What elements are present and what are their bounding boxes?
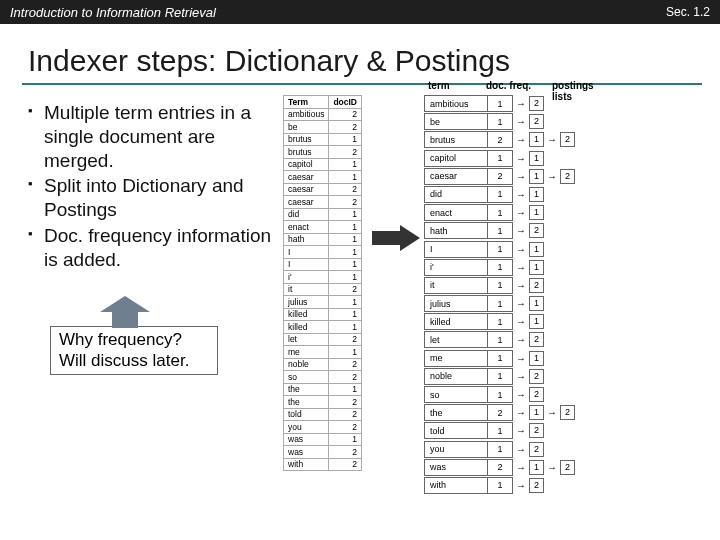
arrow-icon: → <box>516 116 526 127</box>
dict-row: me1→1 <box>424 350 575 367</box>
src-header-term: Term <box>284 96 329 109</box>
dict-freq: 1 <box>488 350 513 366</box>
src-row: you2 <box>284 421 362 434</box>
dict-row: with1→2 <box>424 477 575 494</box>
dict-term: told <box>425 423 488 439</box>
dict-row: be1→2 <box>424 113 575 130</box>
posting-box: 1 <box>529 151 544 166</box>
dict-row: hath1→2 <box>424 222 575 239</box>
arrow-icon: → <box>516 407 526 418</box>
posting-box: 1 <box>529 242 544 257</box>
arrow-icon: → <box>516 262 526 273</box>
dict-term: let <box>425 332 488 348</box>
src-row: brutus1 <box>284 133 362 146</box>
posting-box: 1 <box>529 405 544 420</box>
arrow-icon: → <box>516 480 526 491</box>
dict-freq: 1 <box>488 441 513 457</box>
dict-freq: 1 <box>488 296 513 312</box>
dict-freq: 1 <box>488 259 513 275</box>
dict-row: caesar2→1→2 <box>424 168 575 185</box>
dict-freq: 1 <box>488 205 513 221</box>
arrow-icon: → <box>516 134 526 145</box>
src-row: told2 <box>284 408 362 421</box>
src-row: I1 <box>284 246 362 259</box>
dict-freq: 2 <box>488 168 513 184</box>
src-row: killed1 <box>284 321 362 334</box>
posting-box: 2 <box>529 369 544 384</box>
src-row: caesar2 <box>284 183 362 196</box>
src-row: I1 <box>284 258 362 271</box>
bullet-item: Split into Dictionary and Postings <box>28 174 273 222</box>
bullet-item: Multiple term entries in a single docume… <box>28 101 273 172</box>
src-row: noble2 <box>284 358 362 371</box>
dict-term: killed <box>425 314 488 330</box>
dict-header-docfreq: doc. freq. <box>486 80 531 91</box>
dict-row: capitol1→1 <box>424 150 575 167</box>
right-arrow-icon <box>372 225 420 251</box>
up-arrow-icon <box>100 296 150 326</box>
dict-row: it1→2 <box>424 277 575 294</box>
dict-freq: 2 <box>488 405 513 421</box>
dict-term: ambitious <box>425 96 488 112</box>
dict-term: be <box>425 114 488 130</box>
dict-term: caesar <box>425 168 488 184</box>
posting-box: 2 <box>529 387 544 402</box>
section-label: Sec. 1.2 <box>666 5 710 19</box>
dict-freq: 1 <box>488 332 513 348</box>
src-row: be2 <box>284 121 362 134</box>
callout-line: Will discuss later. <box>59 351 209 371</box>
src-row: killed1 <box>284 308 362 321</box>
src-row: capitol1 <box>284 158 362 171</box>
dict-term: me <box>425 350 488 366</box>
dict-term: was <box>425 459 488 475</box>
arrow-icon: → <box>516 225 526 236</box>
slide-header: Introduction to Information Retrieval Se… <box>0 0 720 24</box>
arrow-icon: → <box>516 171 526 182</box>
dict-freq: 1 <box>488 114 513 130</box>
dict-row: brutus2→1→2 <box>424 131 575 148</box>
src-row: so2 <box>284 371 362 384</box>
posting-box: 1 <box>529 169 544 184</box>
posting-box: 2 <box>560 405 575 420</box>
arrow-icon: → <box>516 98 526 109</box>
arrow-icon: → <box>516 334 526 345</box>
dict-term: with <box>425 477 488 493</box>
posting-box: 1 <box>529 132 544 147</box>
dictionary-postings: ambitious1→2be1→2brutus2→1→2capitol1→1ca… <box>424 95 575 494</box>
posting-box: 2 <box>529 332 544 347</box>
source-table: Term docID ambitious2be2brutus1brutus2ca… <box>283 95 362 471</box>
dict-row: you1→2 <box>424 441 575 458</box>
arrow-icon: → <box>516 425 526 436</box>
arrow-icon: → <box>516 462 526 473</box>
arrow-icon: → <box>516 298 526 309</box>
src-row: hath1 <box>284 233 362 246</box>
dict-term: it <box>425 277 488 293</box>
dict-row: so1→2 <box>424 386 575 403</box>
dict-row: killed1→1 <box>424 313 575 330</box>
dict-row: I1→1 <box>424 241 575 258</box>
src-row: julius1 <box>284 296 362 309</box>
posting-box: 2 <box>560 460 575 475</box>
src-row: caesar1 <box>284 171 362 184</box>
src-row: me1 <box>284 346 362 359</box>
dict-freq: 1 <box>488 387 513 403</box>
dict-term: did <box>425 186 488 202</box>
posting-box: 1 <box>529 351 544 366</box>
dict-freq: 1 <box>488 96 513 112</box>
src-row: the1 <box>284 383 362 396</box>
dict-freq: 1 <box>488 423 513 439</box>
arrow-icon: → <box>516 353 526 364</box>
arrow-icon: → <box>516 389 526 400</box>
src-row: did1 <box>284 208 362 221</box>
posting-box: 2 <box>529 114 544 129</box>
dict-term: julius <box>425 296 488 312</box>
dict-freq: 1 <box>488 277 513 293</box>
dict-term: the <box>425 405 488 421</box>
arrow-icon: → <box>516 153 526 164</box>
posting-box: 2 <box>529 278 544 293</box>
dict-freq: 1 <box>488 150 513 166</box>
src-header-docid: docID <box>329 96 362 109</box>
dict-term: you <box>425 441 488 457</box>
dict-freq: 1 <box>488 477 513 493</box>
dict-header-term: term <box>428 80 450 91</box>
